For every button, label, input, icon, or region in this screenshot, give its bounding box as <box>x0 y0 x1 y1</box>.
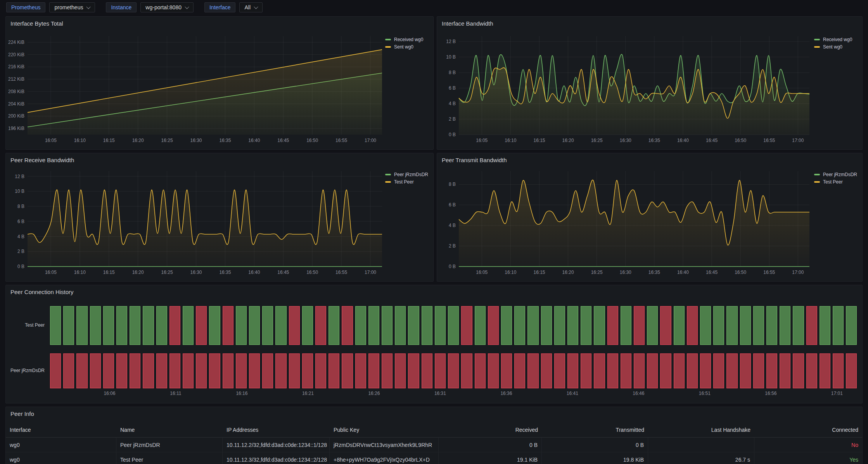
status-cell-disconnected[interactable] <box>289 306 300 345</box>
status-cell-disconnected[interactable] <box>50 353 61 388</box>
legend-item[interactable]: Sent wg0 <box>385 44 431 50</box>
status-cell-connected[interactable] <box>740 306 751 345</box>
status-cell-disconnected[interactable] <box>342 353 353 388</box>
status-cell-disconnected[interactable] <box>806 353 817 388</box>
status-cell-disconnected[interactable] <box>196 353 207 388</box>
status-cell-disconnected[interactable] <box>488 353 499 388</box>
status-cell-connected[interactable] <box>700 306 711 345</box>
status-cell-connected[interactable] <box>209 306 220 345</box>
status-cell-connected[interactable] <box>183 306 194 345</box>
status-cell-connected[interactable] <box>793 306 804 345</box>
panel-title[interactable]: Peer Connection History <box>10 289 74 295</box>
status-cell-disconnected[interactable] <box>687 306 698 345</box>
var-select-prometheus[interactable]: prometheus <box>49 2 95 12</box>
status-cell-connected[interactable] <box>713 306 724 345</box>
status-cell-disconnected[interactable] <box>726 353 737 388</box>
status-cell-disconnected[interactable] <box>820 353 830 388</box>
status-cell-connected[interactable] <box>156 306 167 345</box>
status-cell-disconnected[interactable] <box>209 353 220 388</box>
status-cell-connected[interactable] <box>833 306 844 345</box>
status-cell-disconnected[interactable] <box>63 353 74 388</box>
status-cell-disconnected[interactable] <box>169 306 180 345</box>
status-cell-disconnected[interactable] <box>116 353 127 388</box>
status-cell-connected[interactable] <box>594 306 605 345</box>
status-cell-connected[interactable] <box>63 306 74 345</box>
status-cell-disconnected[interactable] <box>448 353 459 388</box>
status-cell-disconnected[interactable] <box>766 353 777 388</box>
status-cell-connected[interactable] <box>329 306 339 345</box>
status-cell-connected[interactable] <box>408 306 419 345</box>
status-cell-disconnected[interactable] <box>740 353 751 388</box>
status-cell-disconnected[interactable] <box>223 353 233 388</box>
status-cell-disconnected[interactable] <box>541 353 552 388</box>
legend-item[interactable]: Received wg0 <box>814 37 860 42</box>
status-cell-disconnected[interactable] <box>435 353 446 388</box>
status-cell-connected[interactable] <box>448 306 459 345</box>
status-cell-connected[interactable] <box>766 306 777 345</box>
status-cell-disconnected[interactable] <box>660 353 671 388</box>
status-cell-disconnected[interactable] <box>475 353 486 388</box>
status-cell-disconnected[interactable] <box>488 306 499 345</box>
var-select-instance[interactable]: wg-portal:8080 <box>140 2 194 12</box>
status-cell-disconnected[interactable] <box>581 353 591 388</box>
status-cell-disconnected[interactable] <box>567 353 578 388</box>
status-cell-connected[interactable] <box>76 306 87 345</box>
status-cell-disconnected[interactable] <box>223 306 233 345</box>
status-cell-connected[interactable] <box>368 306 379 345</box>
status-cell-connected[interactable] <box>780 306 790 345</box>
status-cell-disconnected[interactable] <box>236 353 247 388</box>
status-cell-connected[interactable] <box>621 306 631 345</box>
status-cell-disconnected[interactable] <box>660 306 671 345</box>
status-cell-connected[interactable] <box>541 306 552 345</box>
status-cell-connected[interactable] <box>475 306 486 345</box>
status-cell-disconnected[interactable] <box>103 353 114 388</box>
legend-item[interactable]: Test Peer <box>814 179 860 185</box>
column-header[interactable]: Name <box>116 422 223 437</box>
status-cell-connected[interactable] <box>527 306 538 345</box>
status-cell-connected[interactable] <box>674 306 685 345</box>
status-cell-disconnected[interactable] <box>753 353 764 388</box>
status-cell-disconnected[interactable] <box>461 306 472 345</box>
status-cell-disconnected[interactable] <box>594 353 605 388</box>
status-cell-connected[interactable] <box>262 306 273 345</box>
status-cell-disconnected[interactable] <box>780 353 790 388</box>
status-cell-disconnected[interactable] <box>501 353 512 388</box>
status-cell-connected[interactable] <box>422 306 432 345</box>
status-cell-disconnected[interactable] <box>289 353 300 388</box>
column-header[interactable]: Received <box>439 422 542 437</box>
status-cell-connected[interactable] <box>753 306 764 345</box>
status-cell-disconnected[interactable] <box>76 353 87 388</box>
status-cell-connected[interactable] <box>249 306 260 345</box>
status-cell-connected[interactable] <box>50 306 61 345</box>
status-cell-disconnected[interactable] <box>329 353 339 388</box>
status-cell-connected[interactable] <box>143 306 154 345</box>
status-cell-connected[interactable] <box>236 306 247 345</box>
status-cell-disconnected[interactable] <box>183 353 194 388</box>
status-cell-disconnected[interactable] <box>607 306 618 345</box>
status-cell-disconnected[interactable] <box>249 353 260 388</box>
column-header[interactable]: Connected <box>754 422 862 437</box>
status-cell-disconnected[interactable] <box>833 353 844 388</box>
status-cell-disconnected[interactable] <box>700 353 711 388</box>
status-cell-connected[interactable] <box>395 306 406 345</box>
legend-item[interactable]: Received wg0 <box>385 37 431 42</box>
column-header[interactable]: Transmitted <box>542 422 648 437</box>
status-cell-disconnected[interactable] <box>382 353 393 388</box>
status-cell-disconnected[interactable] <box>143 353 154 388</box>
status-cell-disconnected[interactable] <box>687 353 698 388</box>
status-cell-connected[interactable] <box>567 306 578 345</box>
status-cell-connected[interactable] <box>130 306 140 345</box>
column-header[interactable]: IP Addresses <box>223 422 330 437</box>
legend-item[interactable]: Peer jRzmDsDR <box>814 172 860 177</box>
legend-item[interactable]: Peer jRzmDsDR <box>385 172 431 177</box>
status-cell-disconnected[interactable] <box>275 353 286 388</box>
status-cell-connected[interactable] <box>355 306 366 345</box>
status-cell-disconnected[interactable] <box>355 353 366 388</box>
status-cell-disconnected[interactable] <box>196 306 207 345</box>
panel-title[interactable]: Peer Info <box>10 410 34 417</box>
status-cell-connected[interactable] <box>435 306 446 345</box>
status-cell-disconnected[interactable] <box>846 353 857 388</box>
status-cell-disconnected[interactable] <box>156 353 167 388</box>
status-cell-disconnected[interactable] <box>368 353 379 388</box>
status-cell-disconnected[interactable] <box>554 353 565 388</box>
